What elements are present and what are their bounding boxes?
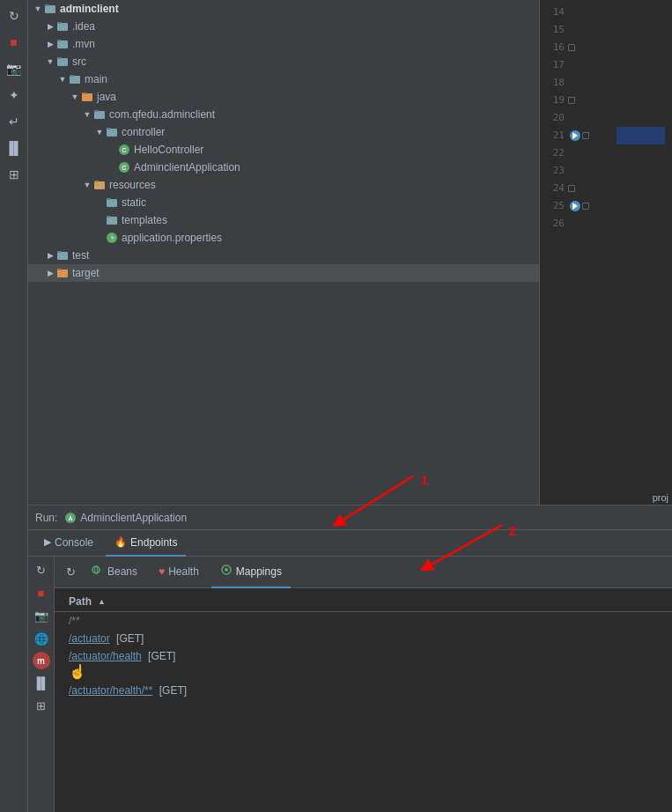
row1-path[interactable]: /actuator — [69, 632, 110, 645]
mvn-folder-icon — [56, 38, 69, 50]
tree-target[interactable]: ▶ target — [28, 264, 539, 282]
hc-arrow — [106, 144, 118, 156]
line-19: 19 — [547, 92, 665, 109]
tree-templates[interactable]: templates — [28, 211, 539, 229]
cursor-icon: ☝ — [69, 664, 86, 679]
refresh-btn[interactable]: ↻ — [32, 560, 51, 579]
grid2-btn[interactable]: ⊞ — [32, 696, 51, 715]
health-icon: ♥ — [159, 565, 165, 578]
run-body: ↻ ■ 📷 🌐 m ▐▌ ⊞ ↻ — [28, 557, 672, 812]
tree-test[interactable]: ▶ test — [28, 247, 539, 264]
star-icon[interactable]: ✦ — [2, 83, 26, 107]
line-bar-21 — [617, 127, 665, 144]
back-icon[interactable]: ↵ — [2, 109, 26, 134]
tree-src[interactable]: ▼ src — [28, 53, 539, 70]
run-app-icon: A — [64, 512, 77, 524]
ep-tab-health[interactable]: ♥ Health — [150, 557, 208, 588]
main-folder-icon — [69, 73, 81, 85]
row0-text: /** — [69, 615, 80, 627]
row2-path[interactable]: /actuator/health — [69, 650, 142, 662]
svg-text:A: A — [69, 515, 73, 521]
hc-file-icon: C — [118, 144, 130, 156]
run-tabs-row: ▶ Console 🔥 Endpoints — [28, 530, 672, 557]
tree-static[interactable]: static — [28, 194, 539, 211]
tree-hellocontroller[interactable]: C HelloController — [28, 141, 539, 159]
svg-text:C: C — [122, 165, 126, 171]
mvn-label: .mvn — [72, 38, 95, 50]
svg-rect-25 — [107, 216, 111, 218]
line-num-15: 15 — [547, 21, 565, 39]
console-tab-label: Console — [55, 536, 93, 549]
grid-icon[interactable]: ⊞ — [2, 162, 26, 187]
table-row-1[interactable]: /actuator [GET] — [55, 630, 672, 647]
health-tab-label: Health — [168, 565, 199, 578]
ep-refresh-btn[interactable]: ↻ — [62, 564, 79, 581]
chart-icon[interactable]: ▐▌ — [2, 136, 26, 160]
tab-console[interactable]: ▶ Console — [35, 530, 102, 557]
table-area: Path ▲ /** /actuator [GET] — [55, 588, 672, 812]
tree-root[interactable]: ▼ adminclient — [28, 0, 539, 18]
table-row-2[interactable]: /actuator/health [GET] — [55, 647, 672, 665]
line-num-24: 24 — [547, 180, 565, 197]
row2-method: [GET] — [148, 650, 175, 662]
tree-idea[interactable]: ▶ .idea — [28, 18, 539, 35]
camera2-btn[interactable]: 📷 — [32, 606, 51, 625]
svg-rect-5 — [57, 40, 62, 41]
tab-endpoints[interactable]: 🔥 Endpoints — [106, 530, 186, 557]
svg-rect-28 — [57, 252, 68, 260]
camera-icon[interactable]: 📷 — [2, 56, 26, 81]
svg-rect-7 — [57, 57, 62, 59]
path-header: Path ▲ — [69, 595, 106, 608]
tree-mvn[interactable]: ▶ .mvn — [28, 35, 539, 53]
resources-folder-icon — [93, 179, 106, 191]
svg-rect-15 — [107, 128, 111, 129]
tree-java[interactable]: ▼ java — [28, 88, 539, 106]
tree-resources[interactable]: ▼ resources — [28, 176, 539, 194]
row3-path[interactable]: /actuator/health/** — [69, 684, 152, 697]
tree-main[interactable]: ▼ main — [28, 70, 539, 88]
proj-label: proj — [653, 492, 668, 503]
java-folder-icon — [81, 91, 93, 103]
resources-label: resources — [109, 179, 156, 191]
svg-rect-13 — [94, 110, 99, 112]
svg-rect-1 — [45, 4, 49, 6]
svg-rect-24 — [107, 217, 117, 225]
endpoint-tabs-row: ↻ Beans ♥ Health — [55, 557, 672, 588]
table-row-3[interactable]: /actuator/health/** [GET] — [55, 682, 672, 699]
avatar-btn[interactable]: m — [33, 652, 50, 669]
tree-appprops[interactable]: 🍃 application.properties — [28, 229, 539, 247]
line-numbers-panel: 14 15 16 17 18 19 — [539, 0, 672, 505]
svg-rect-29 — [57, 251, 62, 253]
java-arrow: ▼ — [69, 91, 81, 103]
chart2-btn[interactable]: ▐▌ — [32, 673, 51, 692]
svg-rect-2 — [57, 23, 68, 31]
line-18: 18 — [547, 74, 665, 92]
editor-split: ▼ adminclient ▶ .idea — [28, 0, 672, 505]
gutter-14 — [566, 11, 573, 14]
tree-com[interactable]: ▼ com.qfedu.adminclient — [28, 106, 539, 123]
svg-rect-22 — [107, 199, 117, 207]
test-arrow: ▶ — [44, 249, 56, 262]
ep-tab-beans[interactable]: Beans — [83, 557, 146, 588]
table-row-0[interactable]: /** — [55, 612, 672, 630]
tree-controller[interactable]: ▼ controller — [28, 123, 539, 141]
stop-btn[interactable]: ■ — [32, 583, 51, 602]
aca-arrow — [106, 161, 118, 173]
endpoints-tab-label: Endpoints — [130, 536, 177, 549]
beans-icon — [92, 564, 104, 579]
run-icon[interactable]: ↻ — [2, 4, 26, 28]
tree-adminclientapp[interactable]: C AdminclientApplication — [28, 159, 539, 176]
idea-label: .idea — [72, 20, 95, 33]
static-arrow — [93, 196, 106, 209]
stop-icon[interactable]: ■ — [2, 30, 26, 55]
controller-label: controller — [122, 126, 165, 138]
appprops-arrow — [93, 232, 106, 244]
gutter-diamond-24 — [568, 185, 575, 192]
run-app-name: AdminclientApplication — [80, 512, 187, 524]
line-22: 22 — [547, 144, 665, 162]
static-label: static — [122, 196, 146, 209]
ep-tab-mappings[interactable]: Mappings — [211, 557, 291, 588]
globe-btn[interactable]: 🌐 — [32, 629, 51, 648]
com-arrow: ▼ — [81, 108, 93, 121]
appprops-label: application.properties — [122, 232, 222, 244]
